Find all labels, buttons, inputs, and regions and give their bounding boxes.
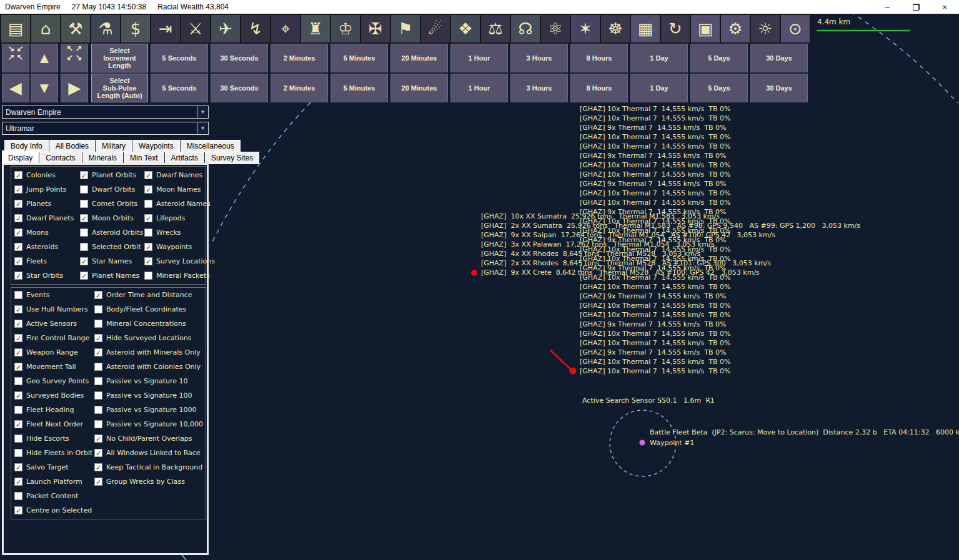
- tab-contacts[interactable]: Contacts: [39, 152, 81, 164]
- power-exit-button[interactable]: ⊙: [781, 15, 810, 42]
- checkbox[interactable]: [144, 272, 152, 280]
- time-button-1-day[interactable]: 1 Day: [630, 44, 688, 72]
- checkbox-row-dwarf-planets[interactable]: ✓Dwarf Planets: [14, 214, 74, 222]
- checkbox-row-star-orbits[interactable]: ✓Star Orbits: [14, 271, 63, 280]
- checkbox[interactable]: ✓: [14, 272, 22, 280]
- checkbox[interactable]: [80, 228, 88, 237]
- checkbox-row-all-windows-linked-to-race[interactable]: ✓All Windows Linked to Race: [94, 448, 201, 457]
- checkbox-row-movement-tail[interactable]: ✓Movement Tail: [14, 362, 76, 371]
- checkbox[interactable]: [14, 291, 22, 299]
- checkbox-row-asteroid-with-colonies-only[interactable]: Asteroid with Colonies Only: [94, 362, 201, 371]
- checkbox[interactable]: ✓: [94, 463, 102, 471]
- checkbox[interactable]: ✓: [14, 320, 22, 328]
- medal-button[interactable]: ✠: [361, 15, 390, 42]
- time-button-3-hours[interactable]: 3 Hours: [510, 44, 568, 72]
- time-button-1-hour[interactable]: 1 Hour: [450, 74, 508, 102]
- checkbox[interactable]: ✓: [94, 348, 102, 356]
- commander-rank-button[interactable]: ♔: [331, 15, 360, 42]
- missile-launch-button[interactable]: ↯: [241, 15, 270, 42]
- settings-gear-button[interactable]: ⚙: [721, 15, 750, 42]
- time-button-30-days[interactable]: 30 Days: [750, 74, 808, 102]
- checkbox-row-moon-orbits[interactable]: ✓Moon Orbits: [80, 214, 134, 222]
- checkbox[interactable]: [94, 320, 102, 328]
- waypoint-dot[interactable]: [640, 440, 645, 446]
- tab-minerals[interactable]: Minerals: [82, 152, 123, 164]
- time-button-5-seconds[interactable]: 5 Seconds: [151, 74, 208, 102]
- checkbox[interactable]: [144, 228, 152, 237]
- checkbox-row-body-fleet-coordinates[interactable]: Body/Fleet Coordinates: [94, 305, 186, 313]
- industry-factory-button[interactable]: ⌂: [31, 15, 60, 42]
- tab-artifacts[interactable]: Artifacts: [165, 152, 204, 164]
- checkbox-row-planet-orbits[interactable]: ✓Planet Orbits: [80, 170, 136, 179]
- checkbox-row-packet-content[interactable]: Packet Content: [14, 491, 78, 500]
- chevron-down-icon[interactable]: ▼: [197, 106, 208, 118]
- system-comet-button[interactable]: ☄: [421, 15, 450, 42]
- checkbox[interactable]: ✓: [14, 171, 22, 179]
- zoom-in-button[interactable]: ↘↙↗↖: [2, 44, 29, 72]
- checkbox-row-passive-vs-signature-10-000[interactable]: Passive vs Signature 10,000: [94, 420, 203, 428]
- time-button-30-seconds[interactable]: 30 Seconds: [211, 44, 268, 72]
- checkbox-row-planets[interactable]: ✓Planets: [14, 199, 51, 208]
- tab-miscellaneous[interactable]: Miscellaneous: [181, 140, 241, 152]
- time-button-1-day[interactable]: 1 Day: [630, 74, 688, 102]
- galactic-map-network-button[interactable]: ❖: [451, 15, 480, 42]
- checkbox[interactable]: ✓: [94, 435, 102, 443]
- checkbox[interactable]: [80, 185, 88, 194]
- pan-up-button[interactable]: ▲: [31, 44, 58, 72]
- time-button-5-minutes[interactable]: 5 Minutes: [330, 74, 388, 102]
- tab-all-bodies[interactable]: All Bodies: [49, 140, 95, 152]
- time-button-2-minutes[interactable]: 2 Minutes: [271, 44, 328, 72]
- time-button-5-seconds[interactable]: 5 Seconds: [151, 44, 208, 72]
- checkbox[interactable]: ✓: [80, 171, 88, 179]
- time-button-30-days[interactable]: 30 Days: [750, 44, 808, 72]
- checkbox-row-asteroid-names[interactable]: Asteroid Names: [144, 199, 211, 208]
- pan-down-button[interactable]: ▼: [31, 74, 58, 102]
- checkbox[interactable]: [94, 377, 102, 385]
- checkbox-row-weapon-range[interactable]: ✓Weapon Range: [14, 348, 78, 356]
- checkbox-row-planet-names[interactable]: ✓Planet Names: [80, 271, 139, 280]
- checkbox-row-salvo-target[interactable]: ✓Salvo Target: [14, 463, 69, 471]
- checkbox-row-hide-fleets-in-orbit[interactable]: Hide Fleets in Orbit: [14, 448, 92, 457]
- checkbox[interactable]: [144, 200, 152, 208]
- checkbox-row-jump-points[interactable]: ✓Jump Points: [14, 185, 66, 194]
- system-dropdown[interactable]: Ultramar ▼: [2, 122, 209, 135]
- tab-waypoints[interactable]: Waypoints: [132, 140, 180, 152]
- checkbox[interactable]: ✓: [144, 171, 152, 179]
- checkbox[interactable]: ✓: [80, 257, 88, 265]
- restore-button[interactable]: [902, 0, 930, 14]
- time-button-5-days[interactable]: 5 Days: [690, 74, 748, 102]
- close-button[interactable]: ×: [930, 0, 959, 14]
- checkbox-row-wrecks[interactable]: Wrecks: [144, 228, 181, 237]
- checkbox-row-passive-vs-signature-10[interactable]: Passive vs Signature 10: [94, 376, 187, 385]
- tab-military[interactable]: Military: [96, 140, 132, 152]
- time-button-5-days[interactable]: 5 Days: [690, 44, 748, 72]
- checkbox[interactable]: ✓: [14, 257, 22, 265]
- time-button-8-hours[interactable]: 8 Hours: [570, 74, 628, 102]
- checkbox[interactable]: [14, 406, 22, 414]
- checkbox-row-centre-on-selected[interactable]: ✓Centre on Selected: [14, 506, 92, 514]
- sensor-radar-button[interactable]: ☊: [511, 15, 540, 42]
- checkbox-row-asteroid-orbits[interactable]: Asteroid Orbits: [80, 228, 143, 237]
- minimize-button[interactable]: –: [873, 0, 902, 14]
- checkbox-row-colonies[interactable]: ✓Colonies: [14, 170, 56, 179]
- checkbox-row-selected-orbit[interactable]: Selected Orbit: [80, 242, 141, 251]
- checkbox-row-fleets[interactable]: ✓Fleets: [14, 257, 47, 265]
- mining-truck-button[interactable]: ⚒: [61, 15, 90, 42]
- checkbox[interactable]: ✓: [14, 305, 22, 313]
- checkbox-row-comet-orbits[interactable]: Comet Orbits: [80, 199, 137, 208]
- checkbox-row-use-hull-numbers[interactable]: ✓Use Hull Numbers: [14, 305, 88, 313]
- time-button-1-hour[interactable]: 1 Hour: [450, 44, 508, 72]
- checkbox[interactable]: ✓: [94, 334, 102, 342]
- time-button-5-minutes[interactable]: 5 Minutes: [330, 44, 388, 72]
- checkbox[interactable]: ✓: [14, 228, 22, 237]
- race-flag-button[interactable]: ⚑: [391, 15, 420, 42]
- time-button-8-hours[interactable]: 8 Hours: [570, 44, 628, 72]
- checkbox[interactable]: ✓: [94, 449, 102, 457]
- checkbox[interactable]: ✓: [14, 363, 22, 371]
- wreck-debris-button[interactable]: ✶: [571, 15, 600, 42]
- ground-forces-tank-button[interactable]: ♜: [301, 15, 330, 42]
- chevron-down-icon[interactable]: ▼: [197, 122, 208, 134]
- checkbox-row-surveyed-bodies[interactable]: ✓Surveyed Bodies: [14, 391, 84, 400]
- time-button-3-hours[interactable]: 3 Hours: [510, 74, 568, 102]
- select-subpulse-length-button[interactable]: Select Sub-Pulse Length (Auto): [91, 74, 148, 102]
